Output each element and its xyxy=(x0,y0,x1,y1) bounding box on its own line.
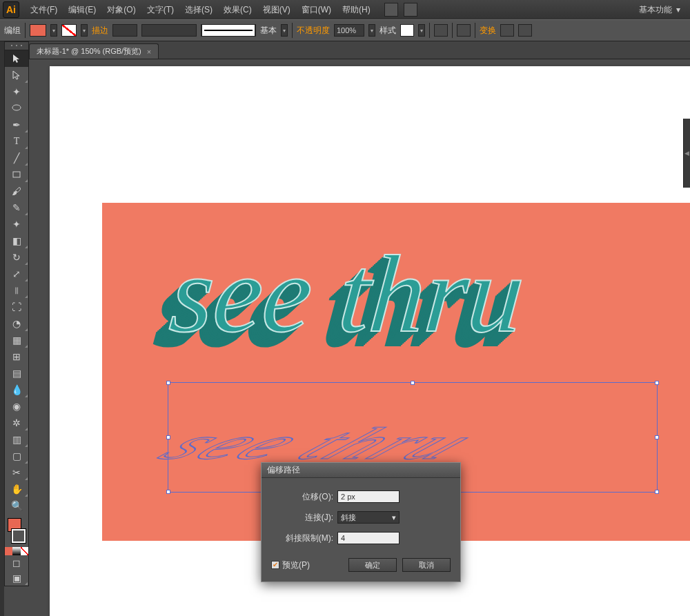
selection-handle[interactable] xyxy=(166,381,170,385)
selection-handle[interactable] xyxy=(411,381,415,385)
eraser-tool[interactable]: ◧ xyxy=(5,232,28,249)
shape-builder-tool[interactable]: ◔ xyxy=(5,315,28,332)
menu-type[interactable]: 文字(T) xyxy=(141,4,179,16)
menu-window[interactable]: 窗口(W) xyxy=(296,4,337,16)
menu-view[interactable]: 视图(V) xyxy=(257,4,296,16)
draw-normal-icon[interactable]: ◻ xyxy=(5,555,28,570)
column-graph-tool[interactable]: ▥ xyxy=(5,431,28,448)
zoom-tool[interactable]: 🔍 xyxy=(5,497,28,514)
pencil-tool[interactable]: ✎ xyxy=(5,199,28,216)
blob-brush-tool[interactable]: ✦ xyxy=(5,216,28,232)
free-transform-tool[interactable]: ⛶ xyxy=(5,299,28,315)
isolate-icon[interactable] xyxy=(500,24,514,37)
artboard-tool[interactable]: ▢ xyxy=(5,448,28,464)
selection-handle[interactable] xyxy=(655,435,659,439)
stroke-color-swatch[interactable] xyxy=(61,24,77,37)
join-select[interactable]: 斜接 ▾ xyxy=(337,511,400,524)
arrange-docs-icon[interactable] xyxy=(384,3,398,17)
screen-mode-icon[interactable] xyxy=(404,3,417,17)
gradient-tool[interactable]: ▤ xyxy=(5,365,28,381)
chevron-down-icon: ▾ xyxy=(392,513,396,522)
perspective-grid-tool[interactable]: ▦ xyxy=(5,332,28,348)
fill-color-swatch[interactable] xyxy=(30,24,46,37)
variable-width-profile[interactable] xyxy=(141,24,197,37)
scale-tool[interactable]: ⤢ xyxy=(5,266,28,282)
clip-icon[interactable] xyxy=(518,24,532,37)
join-label: 连接(J): xyxy=(271,512,333,524)
eyedropper-tool[interactable]: 💧 xyxy=(5,381,28,398)
main-3d-text[interactable]: see thru xyxy=(166,230,529,358)
chevron-down-icon: ▾ xyxy=(676,5,680,14)
offset-input[interactable] xyxy=(337,490,400,503)
width-tool[interactable]: ⫴ xyxy=(5,282,28,299)
selection-type-label: 编组 xyxy=(4,25,21,37)
menu-select[interactable]: 选择(S) xyxy=(179,4,218,16)
fill-dropdown[interactable]: ▾ xyxy=(50,24,57,37)
right-panel-toggle[interactable]: ◀ xyxy=(683,119,690,188)
color-mode-row[interactable] xyxy=(5,547,28,555)
magic-wand-tool[interactable]: ✦ xyxy=(5,83,28,100)
selection-tool[interactable] xyxy=(5,50,28,67)
transform-label[interactable]: 变换 xyxy=(480,25,496,37)
toolbox-grip[interactable] xyxy=(5,42,28,50)
offset-label: 位移(O): xyxy=(271,491,333,503)
offset-path-dialog: 偏移路径 位移(O): 连接(J): 斜接 ▾ 斜接限制(M): ✔ 预览(P)… xyxy=(261,462,461,582)
fill-stroke-indicator[interactable] xyxy=(5,517,28,544)
menu-file[interactable]: 文件(F) xyxy=(25,4,63,16)
divider xyxy=(452,23,453,38)
mesh-tool[interactable]: ⊞ xyxy=(5,348,28,365)
workspace-switcher[interactable]: 基本功能 ▾ xyxy=(629,4,690,16)
direct-selection-tool[interactable] xyxy=(5,67,28,83)
opacity-input[interactable] xyxy=(334,24,364,37)
opacity-dropdown[interactable]: ▾ xyxy=(368,24,375,37)
menu-edit[interactable]: 编辑(E) xyxy=(63,4,101,16)
close-icon[interactable]: × xyxy=(147,48,151,56)
preview-checkbox[interactable]: ✔ 预览(P) xyxy=(271,559,343,571)
align-icon[interactable] xyxy=(457,24,471,37)
paintbrush-tool[interactable]: 🖌 xyxy=(5,183,28,199)
selection-handle[interactable] xyxy=(166,435,170,439)
style-label: 样式 xyxy=(379,25,396,37)
workspace-label: 基本功能 xyxy=(639,4,672,16)
selection-handle[interactable] xyxy=(655,490,659,494)
miter-limit-input[interactable] xyxy=(337,532,400,544)
preview-label: 预览(P) xyxy=(282,559,310,571)
control-bar: 编组 ▾ ▾ 描边 基本 ▾ 不透明度 ▾ 样式 ▾ 变换 xyxy=(0,19,690,41)
stroke-dropdown[interactable]: ▾ xyxy=(81,24,88,37)
menu-help[interactable]: 帮助(H) xyxy=(337,4,376,16)
document-tab-bar: 未标题-1* @ 150% (RGB/预览) × xyxy=(0,41,690,59)
menu-object[interactable]: 对象(O) xyxy=(101,4,141,16)
document-tab[interactable]: 未标题-1* @ 150% (RGB/预览) × xyxy=(29,43,159,59)
symbol-sprayer-tool[interactable]: ✲ xyxy=(5,415,28,431)
join-value: 斜接 xyxy=(341,513,356,523)
selection-handle[interactable] xyxy=(166,490,170,494)
rotate-tool[interactable]: ↻ xyxy=(5,249,28,266)
recolor-artwork-icon[interactable] xyxy=(434,24,448,37)
brush-label: 基本 xyxy=(260,25,277,37)
stroke-weight-input[interactable] xyxy=(112,24,137,37)
dialog-titlebar[interactable]: 偏移路径 xyxy=(262,463,460,478)
line-segment-tool[interactable]: ╱ xyxy=(5,150,28,166)
style-dropdown[interactable]: ▾ xyxy=(418,24,425,37)
opacity-label[interactable]: 不透明度 xyxy=(297,25,330,37)
stroke-indicator[interactable] xyxy=(12,529,26,543)
divider xyxy=(429,23,430,38)
checkbox-checked-icon: ✔ xyxy=(271,561,279,569)
brush-definition[interactable] xyxy=(201,24,256,37)
stroke-label[interactable]: 描边 xyxy=(92,25,108,37)
hand-tool[interactable]: ✋ xyxy=(5,481,28,497)
blend-tool[interactable]: ◉ xyxy=(5,398,28,415)
brush-dropdown[interactable]: ▾ xyxy=(281,24,288,37)
type-tool[interactable]: T xyxy=(5,133,28,150)
slice-tool[interactable]: ✂ xyxy=(5,464,28,481)
cancel-button[interactable]: 取消 xyxy=(402,558,451,572)
lasso-tool[interactable] xyxy=(5,100,28,117)
graphic-style-swatch[interactable] xyxy=(400,24,414,37)
document-tab-title: 未标题-1* @ 150% (RGB/预览) xyxy=(37,46,141,57)
pen-tool[interactable]: ✒ xyxy=(5,117,28,133)
screen-mode-icon[interactable]: ▣ xyxy=(5,570,28,586)
ok-button[interactable]: 确定 xyxy=(348,558,397,572)
menu-effect[interactable]: 效果(C) xyxy=(218,4,257,16)
selection-handle[interactable] xyxy=(655,381,659,385)
rectangle-tool[interactable] xyxy=(5,166,28,183)
